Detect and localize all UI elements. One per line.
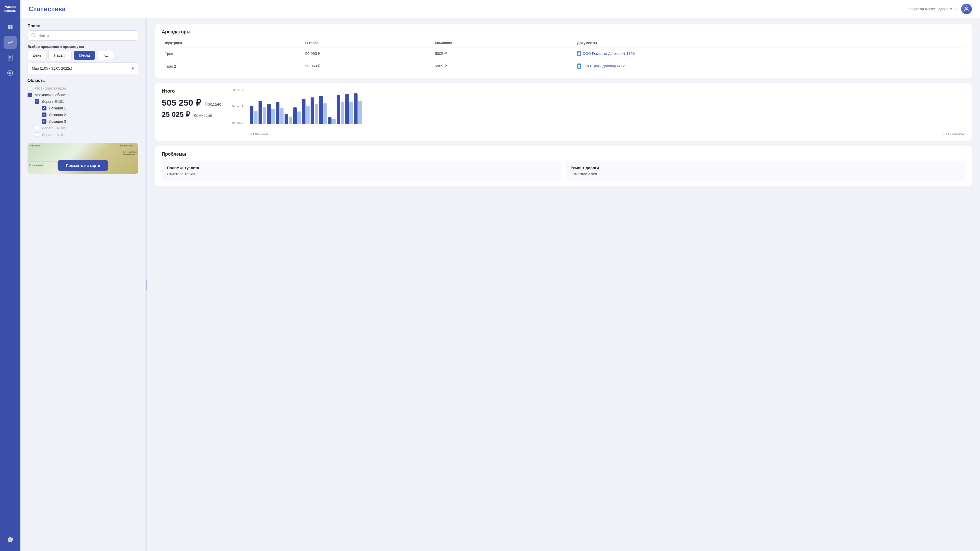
chart-bar-light-9	[332, 119, 336, 124]
total-sold-row: 505 250 ₽ Продано	[162, 97, 221, 108]
col-trucks: Фудтраки	[162, 39, 302, 47]
table-row: Трак 1 50 050 ₽ 5005 ₽ 📄 ООО Ромашка Дог…	[162, 47, 965, 60]
region-ryazan[interactable]: Рязанская область	[27, 85, 138, 92]
user-info: Оператор Александрова М. С.	[908, 3, 972, 14]
chart-bar-light-2	[271, 109, 275, 124]
region-moscow-oblast[interactable]: Московская область	[27, 92, 138, 98]
region-road-a101[interactable]: Дорога - А101	[27, 131, 138, 138]
checkbox-ryazan[interactable]	[27, 86, 32, 91]
problem-count-2: Отметило 3 чел.	[571, 172, 960, 176]
time-btn-day[interactable]: День	[27, 51, 46, 60]
truck-commission-1: 5005 ₽	[432, 47, 574, 60]
chart-bar-light-4	[289, 117, 292, 124]
doc-link-1[interactable]: 📄 ООО Ромашка Договор №1349г	[577, 51, 962, 56]
region-road-a108[interactable]: Дорога - А108	[27, 125, 138, 131]
problem-title-1: Поломка туалета	[167, 165, 556, 170]
chart-bar-group-5	[293, 107, 301, 124]
truck-cash-1: 50 050 ₽	[302, 47, 432, 60]
map-label-vostryakovo: Вострякково	[120, 144, 133, 147]
sidebar-item-refresh[interactable]	[3, 533, 17, 546]
svg-point-10	[32, 34, 35, 37]
total-commission-row: 25 025 ₽ Комиссия	[162, 110, 221, 119]
regions-section: Область Рязанская область Московская обл…	[27, 78, 138, 138]
svg-rect-0	[8, 25, 10, 27]
sidebar-item-settings[interactable]	[3, 66, 17, 79]
chart-bar-dark-6	[302, 99, 305, 124]
region-location-1[interactable]: Локация 1	[27, 105, 138, 111]
map-area: Климовск Вострякково пос. санаторияПодмо…	[27, 143, 138, 174]
tenants-card: Арендаторы Фудтраки В кассе Комиссия Док…	[155, 24, 972, 78]
chart-bar-dark-0	[250, 106, 253, 124]
map-label-sanatory: пос. санаторияПодмосковье	[123, 151, 137, 156]
truck-cash-2: 50 050 ₽	[302, 60, 432, 73]
chart-bar-dark-5	[293, 107, 297, 124]
chart-bar-group-12	[354, 94, 362, 124]
chart-bar-light-10	[341, 102, 344, 124]
chart-bar-dark-11	[345, 94, 349, 124]
col-docs: Документы	[574, 39, 965, 47]
left-panel: Поиск Выбор временного промежутка День Н…	[21, 18, 145, 551]
sidebar-bottom	[3, 533, 17, 546]
time-period-label: Выбор временного промежутка	[27, 44, 138, 49]
search-input[interactable]	[27, 30, 138, 41]
doc-icon-1: 📄	[577, 51, 581, 56]
content-area: Поиск Выбор временного промежутка День Н…	[21, 18, 980, 551]
region-location-3[interactable]: Локация 3	[27, 118, 138, 125]
sidebar-item-docs[interactable]	[3, 51, 17, 64]
sidebar: Админ панель	[0, 0, 21, 551]
chart-bar-group-0	[250, 106, 258, 124]
checkbox-moscow-oblast[interactable]	[27, 93, 32, 97]
month-select[interactable]: Май (1.05 - 31.05 2022г.) ▾	[27, 62, 138, 74]
search-box	[27, 30, 138, 41]
checkbox-location-1[interactable]	[42, 106, 46, 110]
total-sold-amount: 505 250 ₽	[162, 97, 201, 108]
truck-name-1: Трак 1	[162, 47, 302, 60]
total-commission-amount: 25 025 ₽	[162, 110, 190, 119]
checkbox-road-e101[interactable]	[35, 99, 39, 104]
map-label-molodezny: Молодёжный	[29, 164, 43, 167]
chart-bar-dark-10	[337, 95, 340, 124]
truck-doc-2: 📄 ООО Трак2 Договор №12	[574, 60, 965, 73]
svg-point-9	[966, 7, 967, 9]
problems-card: Проблемы Поломка туалета Отметило 15 чел…	[155, 146, 972, 186]
page-title: Статистика	[29, 5, 65, 13]
time-btn-month[interactable]: Месяц	[74, 51, 95, 60]
doc-link-2[interactable]: 📄 ООО Трак2 Договор №12	[577, 64, 962, 68]
totals-inner: Итого 505 250 ₽ Продано 25 025 ₽ Комисси…	[162, 89, 965, 135]
time-period-section: Выбор временного промежутка День Неделя …	[27, 44, 138, 74]
header: Статистика Оператор Александрова М. С.	[21, 0, 980, 18]
region-road-e101[interactable]: Дорога Е-101	[27, 98, 138, 105]
sidebar-item-stats[interactable]	[3, 36, 17, 49]
chart-bar-group-7	[310, 97, 318, 124]
chart-bar-group-1	[259, 101, 266, 124]
checkbox-road-a108[interactable]	[35, 126, 39, 130]
chart-bar-light-12	[358, 101, 362, 124]
chart-bar-dark-4	[285, 114, 288, 124]
region-location-2[interactable]: Локация 2	[27, 111, 138, 118]
chart-x-labels: С 1 мая 2022г. По 31 мая 2022г.	[250, 132, 965, 135]
time-btn-week[interactable]: Неделя	[48, 51, 72, 60]
chart-bar-light-0	[254, 111, 258, 124]
svg-point-8	[10, 72, 11, 74]
sidebar-item-dashboard[interactable]	[3, 21, 17, 34]
tenants-title: Арендаторы	[162, 29, 965, 35]
chart-y-labels: 50 тыс. ₽ 30 тыс. ₽ 10 тыс. ₽	[231, 89, 243, 124]
problem-title-2: Ремонт дороги	[571, 165, 960, 170]
checkbox-road-a101[interactable]	[35, 132, 39, 137]
time-btn-year[interactable]: Год	[97, 51, 114, 60]
avatar	[961, 3, 972, 14]
chart-bar-group-4	[285, 114, 292, 124]
checkbox-location-2[interactable]	[42, 113, 46, 117]
show-on-map-button[interactable]: Показать на карте	[58, 160, 108, 171]
regions-label: Область	[27, 78, 138, 83]
checkbox-location-3[interactable]	[42, 119, 46, 124]
chart-bar-dark-9	[328, 118, 331, 124]
chart-bar-light-3	[280, 108, 283, 124]
chart-bars	[250, 89, 965, 124]
problem-item-1: Поломка туалета Отметило 15 чел.	[162, 161, 562, 181]
chart-bar-dark-8	[319, 96, 323, 124]
search-section: Поиск	[27, 24, 138, 41]
chart-bar-group-9	[328, 118, 336, 124]
chart-bar-light-5	[298, 111, 301, 124]
search-icon	[31, 33, 35, 38]
